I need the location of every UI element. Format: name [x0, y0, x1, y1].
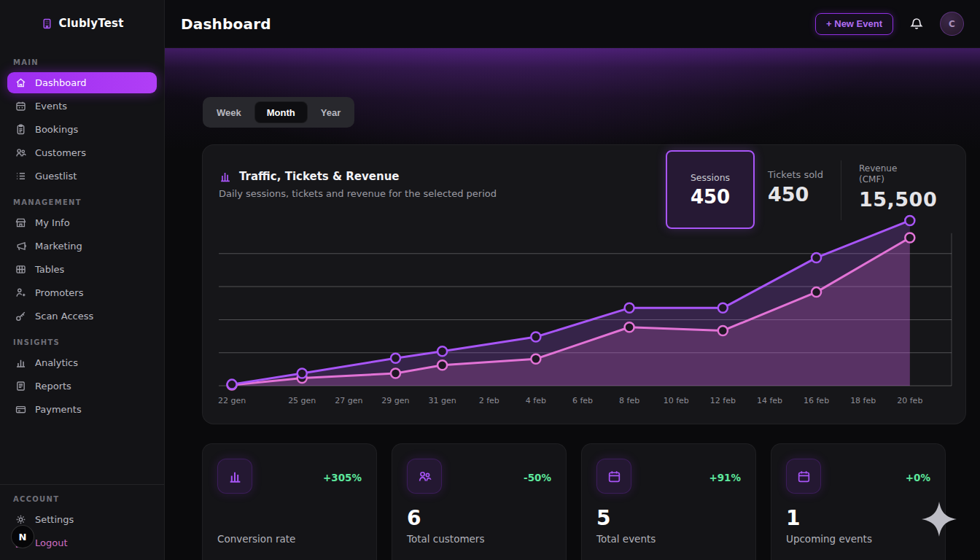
sidebar-item-events[interactable]: Events [7, 96, 157, 117]
x-axis-label: 14 feb [757, 396, 782, 405]
sidebar-item-guestlist[interactable]: Guestlist [7, 166, 157, 187]
x-axis-label: 27 gen [335, 396, 362, 405]
nav-section-account: ACCOUNT [13, 495, 151, 503]
x-axis-label: 18 feb [850, 396, 876, 405]
megaphone-icon [15, 240, 27, 252]
new-event-button[interactable]: + New Event [815, 13, 893, 35]
list-icon [15, 170, 27, 182]
sidebar: ClublyTest MAIN Dashboard Events Booking… [0, 0, 165, 560]
stat-value: 450 [768, 183, 823, 206]
chart-title: Traffic, Tickets & Revenue [239, 170, 400, 183]
x-axis-label: 16 feb [804, 396, 829, 405]
traffic-chart-svg [219, 205, 954, 392]
total-customers-card: -50% 6 Total customers [392, 443, 567, 560]
total-events-card: +91% 5 Total events [581, 443, 756, 560]
card-label: Conversion rate [217, 533, 362, 545]
x-axis-label: 22 gen [218, 396, 246, 405]
traffic-chart-plot [219, 205, 954, 392]
sidebar-item-label: Analytics [35, 357, 78, 368]
key-icon [15, 310, 27, 322]
sidebar-item-dashboard[interactable]: Dashboard [7, 72, 157, 93]
period-week-button[interactable]: Week [205, 101, 253, 123]
conversion-rate-card: +305% Conversion rate [202, 443, 377, 560]
sidebar-item-reports[interactable]: Reports [7, 376, 157, 397]
sparkle-icon [922, 502, 957, 537]
stat-label: Revenue (CMF) [859, 163, 910, 185]
traffic-chart-card: Traffic, Tickets & Revenue Daily session… [202, 144, 966, 424]
sidebar-item-payments[interactable]: Payments [7, 399, 157, 420]
stat-label: Tickets sold [768, 169, 823, 180]
nav-section-insights: INSIGHTS [13, 338, 151, 346]
card-label: Upcoming events [786, 533, 930, 545]
person-star-icon [15, 287, 27, 299]
stat-revenue[interactable]: Revenue (CMF) 15,500 [846, 150, 954, 211]
sidebar-item-label: Dashboard [35, 77, 87, 88]
people-icon [15, 147, 27, 159]
sidebar-item-label: Scan Access [35, 311, 93, 322]
period-toggle: Week Month Year [203, 97, 354, 128]
page-title: Dashboard [181, 15, 271, 33]
sidebar-nav: MAIN Dashboard Events Bookings Customers… [0, 58, 164, 420]
x-axis-label: 10 feb [664, 396, 689, 405]
card-value: 5 [596, 506, 741, 531]
delta-badge: -50% [524, 472, 551, 483]
chart-bars-icon [219, 170, 232, 183]
sidebar-item-scan-access[interactable]: Scan Access [7, 306, 157, 327]
sidebar-item-my-info[interactable]: My Info [7, 212, 157, 233]
calendar-icon [786, 459, 821, 494]
card-value [217, 506, 362, 531]
x-axis-label: 20 feb [897, 396, 922, 405]
delta-badge: +0% [906, 472, 930, 483]
sidebar-item-tables[interactable]: Tables [7, 259, 157, 280]
x-axis-label: 8 feb [619, 396, 639, 405]
nav-section-main: MAIN [13, 58, 151, 66]
nav-section-management: MANAGEMENT [13, 198, 151, 206]
calendar-icon [15, 100, 27, 112]
sidebar-item-marketing[interactable]: Marketing [7, 236, 157, 257]
user-avatar[interactable]: C [940, 12, 964, 36]
sidebar-item-label: Marketing [35, 241, 82, 252]
sidebar-item-bookings[interactable]: Bookings [7, 119, 157, 140]
sidebar-item-label: Settings [35, 514, 74, 525]
sidebar-item-label: My Info [35, 217, 70, 228]
bar-chart-icon [217, 459, 252, 494]
chart-header: Traffic, Tickets & Revenue Daily session… [219, 170, 497, 199]
card-value: 1 [786, 506, 930, 531]
main-content: Week Month Year Traffic, Tickets & Reven… [164, 47, 980, 560]
sidebar-item-customers[interactable]: Customers [7, 142, 157, 163]
sidebar-item-analytics[interactable]: Analytics [7, 352, 157, 373]
x-axis-label: 2 feb [479, 396, 499, 405]
period-year-button[interactable]: Year [309, 101, 352, 123]
delta-badge: +91% [709, 472, 741, 483]
logo-building-icon [41, 18, 53, 30]
sidebar-item-promoters[interactable]: Promoters [7, 282, 157, 303]
sidebar-item-label: Customers [35, 147, 86, 158]
calendar-icon [596, 459, 631, 494]
dashboard-app: ClublyTest MAIN Dashboard Events Booking… [0, 0, 980, 560]
sidebar-item-label: Tables [35, 264, 64, 275]
report-icon [15, 380, 27, 392]
home-icon [15, 77, 27, 89]
x-axis-label: 29 gen [381, 396, 409, 405]
stat-tickets-sold[interactable]: Tickets sold 450 [755, 150, 836, 206]
upcoming-events-card: +0% 1 Upcoming events [771, 443, 946, 560]
cursor-badge: N [11, 525, 34, 548]
header-actions: + New Event C [815, 12, 964, 36]
x-axis-label: 31 gen [428, 396, 456, 405]
stat-label: Sessions [691, 172, 730, 183]
chart-subtitle: Daily sessions, tickets and revenue for … [219, 188, 497, 199]
notification-bell-icon[interactable] [909, 17, 924, 31]
sidebar-item-label: Payments [35, 404, 82, 415]
sidebar-item-label: Events [35, 101, 67, 112]
app-logo[interactable]: ClublyTest [0, 0, 164, 47]
card-value: 6 [407, 506, 551, 531]
delta-badge: +305% [323, 472, 362, 483]
gear-icon [15, 513, 27, 526]
sidebar-item-label: Bookings [35, 124, 78, 135]
card-label: Total customers [407, 533, 551, 545]
credit-card-icon [15, 403, 27, 416]
table-grid-icon [15, 263, 27, 276]
sidebar-item-label: Guestlist [35, 171, 77, 182]
period-month-button[interactable]: Month [254, 101, 308, 123]
clipboard-icon [15, 123, 27, 136]
